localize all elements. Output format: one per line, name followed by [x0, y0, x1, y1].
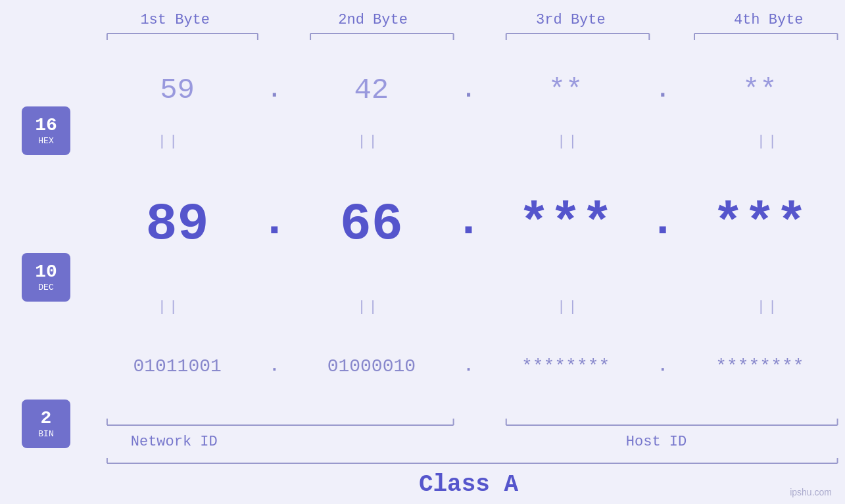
- hex-val-2: 42: [354, 74, 389, 106]
- data-area: 59 . 42 . ** . ** || ||: [92, 51, 845, 504]
- network-id-label: Network ID: [131, 434, 218, 450]
- dbar-1: ||: [103, 133, 235, 150]
- top-bracket-svg: [92, 31, 845, 44]
- dec-col-1: 89: [92, 195, 262, 254]
- dbar-2: ||: [303, 133, 435, 150]
- badge-hex-num: 16: [35, 116, 57, 136]
- bin-sep-1: .: [262, 356, 286, 376]
- dec-sep-2: .: [457, 195, 481, 254]
- bin-col-4: ********: [675, 356, 845, 377]
- byte-headers: 1st Byte 2nd Byte 3rd Byte 4th Byte: [0, 0, 845, 28]
- hex-dec-sep: || || || ||: [92, 129, 845, 153]
- byte-headers-inner: 1st Byte 2nd Byte 3rd Byte 4th Byte: [99, 12, 845, 28]
- dbar-5: ||: [103, 299, 235, 315]
- main-area: 16 HEX 10 DEC 2 BIN 59 . 42: [0, 51, 845, 504]
- dec-sep-1: .: [262, 195, 286, 254]
- hex-val-1: 59: [160, 74, 195, 106]
- hex-val-3: **: [548, 74, 583, 106]
- badge-hex: 16 HEX: [22, 106, 70, 155]
- class-bracket-svg: [92, 455, 845, 465]
- dec-col-2: 66: [286, 195, 456, 254]
- badge-hex-label: HEX: [38, 136, 53, 146]
- byte-label-4: 4th Byte: [703, 12, 834, 28]
- hex-col-2: 42: [286, 74, 456, 106]
- hex-col-4: **: [675, 74, 845, 106]
- hex-col-3: **: [481, 74, 651, 106]
- hex-sep-1: .: [262, 77, 286, 104]
- dec-col-4: ***: [675, 195, 845, 254]
- top-bracket-row: [0, 31, 845, 44]
- bin-sep-3: .: [651, 356, 675, 376]
- bin-sep-2: .: [457, 356, 481, 376]
- badge-dec: 10 DEC: [22, 253, 70, 302]
- badge-bin-num: 2: [41, 409, 52, 429]
- dec-val-4: ***: [712, 195, 807, 254]
- byte-label-3: 3rd Byte: [505, 12, 637, 28]
- host-id-container: Host ID: [468, 434, 845, 450]
- bin-val-1: 01011001: [133, 356, 221, 377]
- hex-row: 59 . 42 . ** . **: [92, 51, 845, 129]
- dec-bin-sep: || || || ||: [92, 295, 845, 319]
- bin-row: 01011001 . 01000010 . ******** . *******…: [92, 319, 845, 413]
- hex-val-4: **: [742, 74, 777, 106]
- watermark: ipshu.com: [790, 487, 832, 497]
- bin-col-3: ********: [481, 356, 651, 377]
- hex-sep-2: .: [457, 77, 481, 104]
- class-label: Class A: [419, 471, 518, 498]
- bin-val-4: ********: [715, 356, 804, 377]
- dec-row: 89 . 66 . *** . ***: [92, 153, 845, 295]
- badge-dec-label: DEC: [38, 283, 53, 292]
- dec-val-3: ***: [518, 195, 613, 254]
- dec-val-1: 89: [146, 195, 209, 254]
- dec-sep-3: .: [651, 195, 675, 254]
- hex-col-1: 59: [92, 74, 262, 106]
- byte-label-1: 1st Byte: [109, 12, 241, 28]
- badge-dec-num: 10: [35, 262, 57, 283]
- bottom-bracket-svg: [92, 413, 845, 428]
- dbar-6: ||: [303, 299, 435, 315]
- bottom-bracket-row: [92, 413, 845, 428]
- bin-col-2: 01000010: [286, 356, 456, 377]
- bin-val-3: ********: [521, 356, 610, 377]
- badge-bin: 2 BIN: [22, 400, 70, 448]
- dec-col-3: ***: [481, 195, 651, 254]
- dbar-7: ||: [502, 299, 634, 315]
- byte-label-2: 2nd Byte: [307, 12, 439, 28]
- id-labels: Network ID Host ID: [92, 428, 845, 455]
- dbar-8: ||: [702, 299, 834, 315]
- page-container: 1st Byte 2nd Byte 3rd Byte 4th Byte: [0, 0, 845, 504]
- bin-val-2: 01000010: [327, 356, 416, 377]
- dbar-3: ||: [502, 133, 634, 150]
- class-bracket-row: [92, 455, 845, 465]
- badges-col: 16 HEX 10 DEC 2 BIN: [0, 51, 92, 504]
- network-id-container: Network ID: [92, 434, 256, 450]
- hex-sep-3: .: [651, 77, 675, 104]
- dec-val-2: 66: [340, 195, 403, 254]
- bin-col-1: 01011001: [92, 356, 262, 377]
- dbar-4: ||: [702, 133, 834, 150]
- class-row: Class A: [92, 465, 845, 504]
- badge-bin-label: BIN: [38, 429, 53, 439]
- host-id-label: Host ID: [626, 434, 687, 450]
